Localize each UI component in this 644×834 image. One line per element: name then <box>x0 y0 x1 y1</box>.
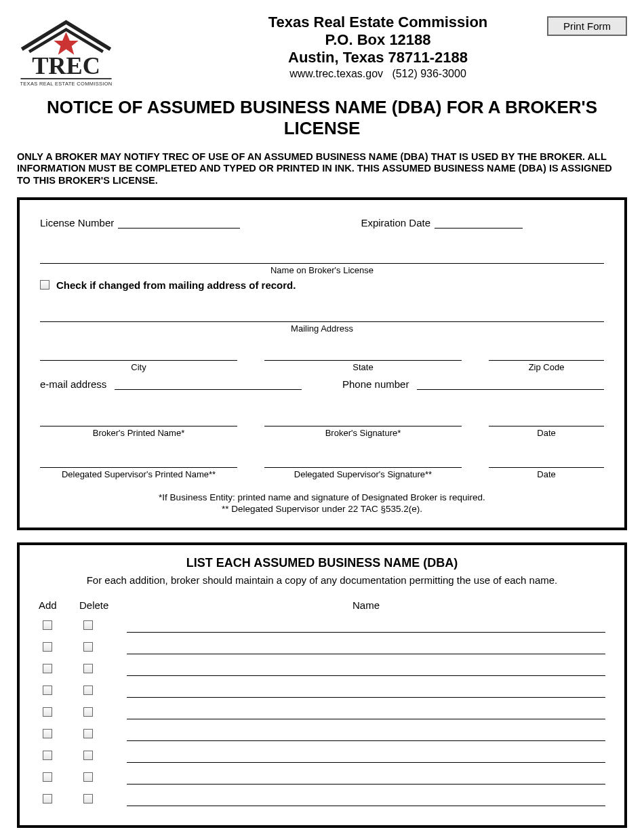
supervisor-date-input[interactable] <box>489 450 604 468</box>
city-field: City <box>40 343 237 372</box>
trec-logo: TREC TEXAS REAL ESTATE COMMISSION <box>17 14 115 87</box>
dba-name-input[interactable] <box>127 748 605 763</box>
broker-printed-field: Broker's Printed Name* <box>40 409 237 438</box>
zip-input[interactable] <box>489 343 604 361</box>
changed-address-label: Check if changed from mailing address of… <box>56 279 296 291</box>
contact-line: www.trec.texas.gov (512) 936-3000 <box>129 68 627 80</box>
delete-checkbox[interactable] <box>83 794 93 803</box>
broker-sig-input[interactable] <box>264 409 462 426</box>
dba-row <box>39 639 605 654</box>
delete-checkbox[interactable] <box>83 729 93 738</box>
email-input[interactable] <box>115 375 302 390</box>
name-on-license-input[interactable] <box>40 246 604 264</box>
delete-checkbox[interactable] <box>83 707 93 717</box>
svg-text:TEXAS REAL ESTATE COMMISSION: TEXAS REAL ESTATE COMMISSION <box>20 81 112 87</box>
dba-list-box: LIST EACH ASSUMED BUSINESS NAME (DBA) Fo… <box>17 542 627 828</box>
email-field: e-mail address <box>40 375 302 390</box>
expiration-date-input[interactable] <box>435 214 523 229</box>
header-row: TREC TEXAS REAL ESTATE COMMISSION Texas … <box>17 14 627 87</box>
broker-printed-caption: Broker's Printed Name* <box>40 428 237 438</box>
phone-label: Phone number <box>342 378 409 390</box>
dba-name-input[interactable] <box>127 791 605 806</box>
dba-row <box>39 683 605 698</box>
col-header-name: Name <box>127 599 605 611</box>
license-number-label: License Number <box>40 217 114 229</box>
broker-date-field: Date <box>489 409 604 438</box>
delete-checkbox[interactable] <box>83 751 93 760</box>
form-title: NOTICE OF ASSUMED BUSINESS NAME (DBA) FO… <box>17 97 627 139</box>
add-checkbox[interactable] <box>43 751 52 760</box>
name-on-license-caption: Name on Broker's License <box>40 265 604 275</box>
supervisor-printed-caption: Delegated Supervisor's Printed Name** <box>40 469 237 479</box>
broker-sig-caption: Broker's Signature* <box>264 428 462 438</box>
trec-house-icon: TREC TEXAS REAL ESTATE COMMISSION <box>17 14 115 87</box>
license-number-input[interactable] <box>118 214 240 229</box>
website: www.trec.texas.gov <box>289 68 383 79</box>
broker-printed-input[interactable] <box>40 409 237 426</box>
mailing-address-input[interactable] <box>40 304 604 322</box>
delete-checkbox[interactable] <box>83 620 93 630</box>
changed-address-checkbox[interactable] <box>40 280 49 290</box>
add-checkbox[interactable] <box>43 620 52 630</box>
broker-date-caption: Date <box>489 428 604 438</box>
dba-row <box>39 704 605 719</box>
dba-name-input[interactable] <box>127 726 605 741</box>
svg-text:TREC: TREC <box>32 52 100 79</box>
footnote-1: *If Business Entity: printed name and si… <box>40 492 604 504</box>
phone-field: Phone number <box>342 375 604 390</box>
broker-info-box: License Number Expiration Date Name on B… <box>17 197 627 530</box>
state-field: State <box>264 343 462 372</box>
state-caption: State <box>264 362 462 372</box>
dba-row <box>39 770 605 785</box>
zip-caption: Zip Code <box>489 362 604 372</box>
expiration-date-field: Expiration Date <box>361 214 523 229</box>
supervisor-sig-caption: Delegated Supervisor's Signature** <box>264 469 462 479</box>
license-number-field: License Number <box>40 214 240 229</box>
supervisor-printed-field: Delegated Supervisor's Printed Name** <box>40 450 237 479</box>
expiration-date-label: Expiration Date <box>361 217 430 229</box>
col-header-delete: Delete <box>79 599 127 611</box>
broker-date-input[interactable] <box>489 409 604 426</box>
dba-name-input[interactable] <box>127 618 605 633</box>
print-form-button[interactable]: Print Form <box>547 16 627 36</box>
city-caption: City <box>40 362 237 372</box>
supervisor-sig-input[interactable] <box>264 450 462 468</box>
city-state-zip: Austin, Texas 78711-2188 <box>129 49 627 66</box>
instructions: ONLY A BROKER MAY NOTIFY TREC OF USE OF … <box>17 151 627 186</box>
city-input[interactable] <box>40 343 237 361</box>
phone: (512) 936-3000 <box>392 68 466 79</box>
add-checkbox[interactable] <box>43 686 52 695</box>
dba-name-input[interactable] <box>127 683 605 698</box>
supervisor-date-caption: Date <box>489 469 604 479</box>
phone-input[interactable] <box>417 375 604 390</box>
dba-name-input[interactable] <box>127 639 605 654</box>
add-checkbox[interactable] <box>43 642 52 652</box>
delete-checkbox[interactable] <box>83 772 93 782</box>
email-label: e-mail address <box>40 378 106 390</box>
mailing-address-caption: Mailing Address <box>40 323 604 334</box>
zip-field: Zip Code <box>489 343 604 372</box>
delete-checkbox[interactable] <box>83 686 93 695</box>
dba-row <box>39 726 605 741</box>
supervisor-date-field: Date <box>489 450 604 479</box>
add-checkbox[interactable] <box>43 794 52 803</box>
col-header-add: Add <box>39 599 79 611</box>
delete-checkbox[interactable] <box>83 664 93 673</box>
footnote: *If Business Entity: printed name and si… <box>40 492 604 515</box>
footnote-2: ** Delegated Supervisor under 22 TAC §53… <box>40 503 604 515</box>
dba-row <box>39 748 605 763</box>
add-checkbox[interactable] <box>43 772 52 782</box>
dba-row <box>39 618 605 633</box>
add-checkbox[interactable] <box>43 729 52 738</box>
supervisor-sig-field: Delegated Supervisor's Signature** <box>264 450 462 479</box>
add-checkbox[interactable] <box>43 664 52 673</box>
supervisor-printed-input[interactable] <box>40 450 237 468</box>
delete-checkbox[interactable] <box>83 642 93 652</box>
broker-sig-field: Broker's Signature* <box>264 409 462 438</box>
add-checkbox[interactable] <box>43 707 52 717</box>
dba-name-input[interactable] <box>127 704 605 719</box>
dba-name-input[interactable] <box>127 770 605 785</box>
state-input[interactable] <box>264 343 462 361</box>
dba-subtitle: For each addition, broker should maintai… <box>39 574 605 586</box>
dba-name-input[interactable] <box>127 661 605 676</box>
